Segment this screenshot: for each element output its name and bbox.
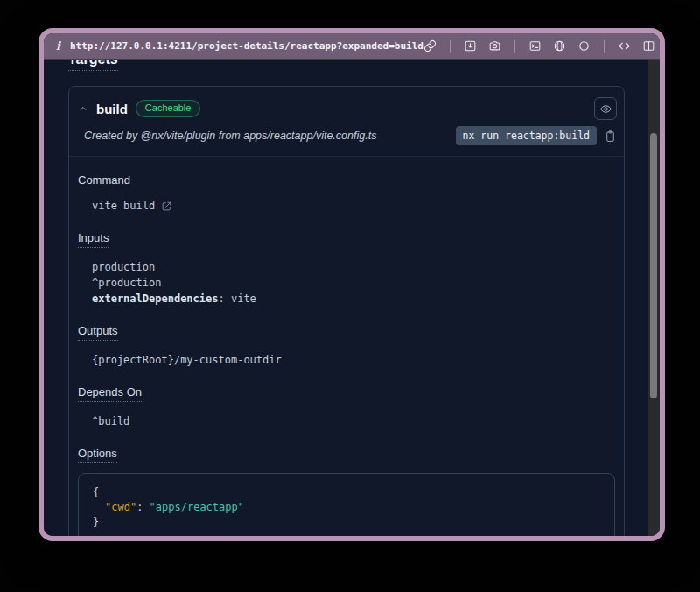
build-card-body: Command vite build Inputs production ^pr… <box>69 157 624 536</box>
run-command-chip: nx run reactapp:build <box>456 126 597 145</box>
input-item: ^production <box>92 275 615 291</box>
command-value: vite build <box>92 198 615 214</box>
target-card-build: build Cacheable Created by @nx/vite/plug… <box>68 86 625 536</box>
crosshair-icon[interactable] <box>578 39 591 53</box>
section-outputs-label: Outputs <box>78 324 118 341</box>
build-card-subrow: Created by @nx/vite/plugin from apps/rea… <box>69 120 624 157</box>
toolbar-divider <box>514 40 515 53</box>
output-item: {projectRoot}/my-custom-outdir <box>92 352 615 368</box>
options-json-box: { "cwd": "apps/reactapp" } <box>78 473 615 536</box>
section-inputs-label: Inputs <box>78 231 108 248</box>
command-link[interactable]: vite build <box>92 198 172 214</box>
section-depends-on-label: Depends On <box>78 385 142 402</box>
json-open-brace: { <box>93 485 600 500</box>
section-options-label: Options <box>78 447 117 463</box>
target-name: build <box>96 102 128 116</box>
view-target-button[interactable] <box>594 97 617 120</box>
content-area: Targets build Cacheable Created by @nx/v… <box>44 60 660 536</box>
titlebar-toolbar <box>424 39 655 53</box>
input-item: production <box>92 259 615 275</box>
split-columns-icon[interactable] <box>642 39 655 53</box>
code-icon[interactable] <box>618 39 631 53</box>
page-title: Targets <box>68 60 625 71</box>
toolbar-divider <box>450 40 451 53</box>
external-link-icon <box>161 201 172 212</box>
cacheable-badge: Cacheable <box>136 100 201 117</box>
created-by-text: Created by @nx/vite/plugin from apps/rea… <box>84 130 376 142</box>
copy-command-button[interactable] <box>604 130 617 143</box>
title-bar: i http://127.0.0.1:4211/project-details/… <box>44 33 660 60</box>
chevron-up-icon[interactable] <box>78 103 88 114</box>
terminal-icon[interactable] <box>528 39 542 53</box>
link-icon[interactable] <box>424 39 437 53</box>
input-item-kv: externalDependencies: vite <box>92 291 615 307</box>
url-text: http://127.0.0.1:4211/project-details/re… <box>70 40 424 52</box>
clipboard-icon <box>604 130 617 143</box>
eye-icon <box>599 102 612 116</box>
camera-icon[interactable] <box>488 39 501 53</box>
scrollbar-thumb[interactable] <box>650 133 657 398</box>
scroll-content: Targets build Cacheable Created by @nx/v… <box>44 60 660 536</box>
toolbar-divider <box>604 40 605 53</box>
depends-on-item: ^build <box>92 413 615 429</box>
download-box-icon[interactable] <box>464 39 477 53</box>
info-icon: i <box>56 39 60 53</box>
json-close-brace: } <box>93 515 600 530</box>
scrollbar-track[interactable] <box>648 60 660 536</box>
json-cwd-line: "cwd": "apps/reactapp" <box>93 500 600 515</box>
devtools-window: i http://127.0.0.1:4211/project-details/… <box>38 28 665 541</box>
globe-icon[interactable] <box>553 39 566 53</box>
section-command-label: Command <box>78 173 615 187</box>
build-card-header[interactable]: build Cacheable <box>69 87 624 120</box>
